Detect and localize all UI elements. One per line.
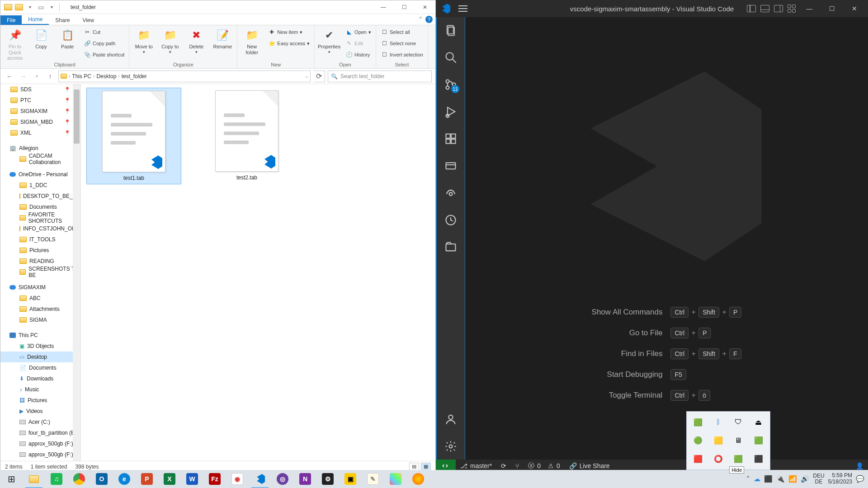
accounts-button[interactable] [444, 413, 458, 426]
nav-item[interactable]: ABC [0, 293, 80, 304]
tray-app-icon[interactable]: 🟢 [689, 433, 707, 449]
tray-overflow-button[interactable]: ˄ [746, 475, 750, 483]
copy-to-button[interactable]: 📁Copy to▾ [158, 27, 182, 54]
copy-button[interactable]: 📄 Copy [29, 27, 53, 50]
explorer-view-button[interactable] [444, 23, 458, 37]
new-item-button[interactable]: ✚New item ▾ [266, 27, 311, 37]
nav-item[interactable]: four_tb_partition (E:) [0, 427, 80, 438]
nav-item[interactable]: ▣3D Objects [0, 341, 80, 352]
volume-tray-icon[interactable]: 🔊 [801, 475, 809, 483]
feedback-button[interactable]: 👤 [851, 462, 868, 469]
nav-item[interactable]: approx_500gb (F:) [0, 449, 80, 460]
nav-forward-button[interactable]: → [18, 71, 28, 82]
taskbar-excel[interactable]: X [158, 470, 181, 488]
nav-up-button[interactable]: ↑ [45, 71, 56, 82]
vscode-titlebar[interactable]: vscode-sigmaxim-smartassembly - Visual S… [436, 0, 868, 17]
file-tile[interactable]: test1.tab [86, 88, 181, 184]
taskbar-explorer[interactable] [23, 470, 45, 488]
nav-item[interactable]: ⬇Downloads [0, 373, 80, 384]
properties-icon[interactable]: ▭ [36, 2, 46, 12]
taskbar-app[interactable] [384, 470, 407, 488]
tray-app-icon[interactable]: 🖥 [730, 433, 747, 449]
tray-eject-icon[interactable]: ⏏ [750, 414, 768, 430]
paste-shortcut-button[interactable]: 📎Paste shortcut [82, 50, 126, 60]
taskbar-app[interactable]: ▣ [339, 470, 362, 488]
file-list[interactable]: test1.tab test2.tab [81, 84, 435, 461]
nav-item[interactable]: 🖼Pictures [0, 395, 80, 406]
new-folder-button[interactable]: 📁New folder [240, 27, 264, 55]
nav-item[interactable]: 1_DDC [0, 180, 80, 191]
refresh-button[interactable]: ⟳ [313, 70, 325, 82]
nav-item[interactable]: PTC📍 [0, 95, 80, 106]
taskbar-firefox[interactable] [407, 470, 429, 488]
tray-app-icon[interactable]: 🟩 [750, 433, 768, 449]
tray-app-icon[interactable]: 🟥 [689, 451, 707, 467]
project-manager-button[interactable] [444, 240, 458, 254]
close-button[interactable]: ✕ [845, 5, 863, 12]
properties-button[interactable]: ✔Properties▾ [317, 27, 341, 54]
breadcrumb-desktop[interactable]: Desktop [96, 73, 116, 80]
search-view-button[interactable] [444, 51, 458, 64]
minimize-button[interactable]: — [800, 5, 818, 12]
nav-item[interactable]: SIGMA_MBD📍 [0, 117, 80, 127]
chevron-right-icon[interactable]: › [69, 74, 70, 79]
settings-button[interactable] [444, 440, 458, 453]
tray-icon[interactable]: ⬛ [764, 475, 773, 483]
tab-view[interactable]: View [76, 15, 100, 25]
nav-item[interactable]: SIGMA [0, 314, 80, 325]
taskbar-onenote[interactable]: N [294, 470, 316, 488]
liveshare-button[interactable]: 🔗Live Share [565, 462, 614, 469]
chevron-right-icon[interactable]: › [118, 74, 119, 79]
taskbar-app[interactable]: ⚙ [316, 470, 339, 488]
nav-item[interactable]: Documents [0, 202, 80, 212]
move-to-button[interactable]: 📁Move to▾ [132, 27, 156, 54]
easy-access-button[interactable]: ⭐Easy access ▾ [266, 38, 311, 48]
nav-item[interactable]: DESKTOP_TO_BE_SORT [0, 191, 80, 202]
remote-explorer-button[interactable] [444, 159, 458, 173]
tab-share[interactable]: Share [49, 15, 76, 25]
wifi-tray-icon[interactable]: 📶 [788, 475, 797, 483]
nav-item[interactable]: Acer (C:) [0, 417, 80, 427]
nav-item[interactable]: Attachments [0, 304, 80, 314]
nav-item[interactable]: SDS📍 [0, 84, 80, 95]
nav-group-allegion[interactable]: 🏢Allegion [0, 143, 80, 154]
taskbar-spotify[interactable]: ♫ [45, 470, 68, 488]
qat-dropdown-icon[interactable]: ▾ [25, 2, 35, 12]
nav-item[interactable]: approx_500gb (F:) [0, 438, 80, 449]
nav-group-sigmaxim[interactable]: SIGMAXIM [0, 282, 80, 293]
cut-button[interactable]: ✂Cut [82, 27, 126, 37]
timeline-button[interactable] [444, 213, 458, 227]
minimize-button[interactable]: — [373, 0, 394, 14]
nav-item[interactable]: SCREENSHOTS TO BE [0, 267, 80, 277]
taskbar-vscode[interactable] [249, 470, 271, 488]
nav-item[interactable]: ▶Videos [0, 406, 80, 417]
breadcrumb-folder[interactable]: test_folder [122, 73, 147, 80]
tab-file[interactable]: File [0, 15, 22, 25]
copy-path-button[interactable]: 🔗Copy path [82, 38, 126, 48]
nav-group-thispc[interactable]: This PC [0, 330, 80, 341]
tab-home[interactable]: Home [22, 14, 49, 25]
tray-app-icon[interactable]: 🟩 [689, 414, 707, 430]
taskbar-word[interactable]: W [181, 470, 203, 488]
nav-scrollbar[interactable] [73, 84, 80, 461]
system-tray-popup[interactable]: 🟩 ᛒ 🛡 ⏏ 🟢 🟨 🖥 🟩 🟥 ⭕ 🟩 ⬛ [686, 411, 770, 470]
sync-button[interactable]: ⟳ [496, 462, 511, 469]
nav-item[interactable]: READING [0, 256, 80, 267]
gitlens-button[interactable] [444, 186, 458, 200]
view-details-button[interactable]: ▤ [409, 463, 419, 471]
nav-item[interactable]: SIGMAXIM📍 [0, 106, 80, 117]
maximize-button[interactable]: ☐ [823, 5, 841, 12]
select-none-button[interactable]: ☐Select none [379, 38, 425, 48]
tray-app-icon[interactable]: 🟩 [730, 451, 747, 467]
language-indicator[interactable]: DEU DE [813, 473, 824, 485]
editor-area[interactable]: Show All Commands Ctrl+Shift+P Go to Fil… [465, 17, 868, 460]
nav-item-desktop[interactable]: ▭Desktop [0, 352, 80, 362]
scrollbar-thumb[interactable] [74, 89, 80, 144]
run-debug-button[interactable] [444, 105, 458, 118]
address-dropdown-icon[interactable]: ⌄ [305, 74, 308, 79]
clock[interactable]: 5:59 PM 5/18/2023 [828, 473, 852, 485]
history-button[interactable]: 🕘History [344, 50, 373, 60]
taskbar-edge[interactable]: e [113, 470, 136, 488]
customize-layout-button[interactable] [788, 5, 796, 13]
search-input[interactable]: 🔍 Search test_folder [328, 70, 432, 82]
